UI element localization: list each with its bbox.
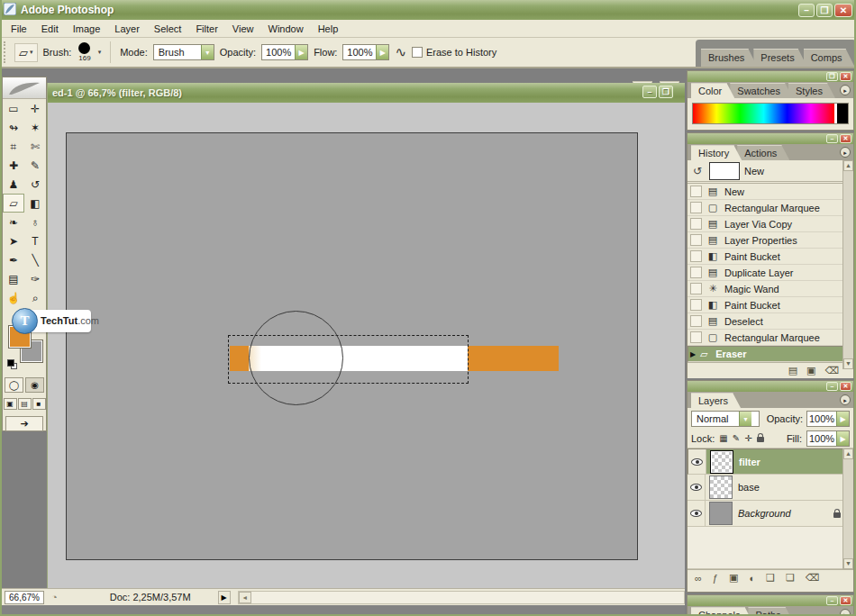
layer-row-filter[interactable]: filter	[688, 448, 853, 475]
doc-minimize-button[interactable]: –	[642, 86, 657, 98]
restore-button[interactable]: ❐	[816, 4, 833, 17]
tab-paths[interactable]: Paths	[748, 607, 793, 616]
history-item[interactable]: ◧Paint Bucket	[688, 297, 853, 313]
tool-magic-wand[interactable]: ✶	[24, 118, 46, 137]
tab-actions[interactable]: Actions	[737, 145, 789, 160]
new-group-button[interactable]: ❑	[766, 572, 775, 584]
layers-panel-minimize-button[interactable]: –	[826, 382, 838, 391]
scroll-up-icon[interactable]: ▲	[843, 448, 853, 459]
visibility-eye-icon[interactable]	[690, 510, 702, 517]
lock-paint-icon[interactable]: ✎	[733, 433, 740, 443]
well-tab-layer-comps[interactable]: Comps	[804, 49, 855, 67]
menu-image[interactable]: Image	[66, 22, 108, 36]
lock-position-icon[interactable]: ✛	[744, 433, 751, 443]
blend-mode-select[interactable]: Normal ▾	[691, 411, 760, 427]
tool-notes[interactable]: ▤	[3, 269, 24, 288]
tool-type[interactable]: T	[24, 231, 46, 250]
history-item[interactable]: ◧Paint Bucket	[688, 249, 853, 265]
history-source-brush-icon[interactable]: ↺	[690, 165, 705, 177]
lock-all-icon[interactable]	[757, 437, 764, 442]
channels-panel-close-button[interactable]: ✕	[840, 596, 851, 605]
well-tab-brushes[interactable]: Brushes	[701, 49, 757, 67]
layers-panel-close-button[interactable]: ✕	[840, 382, 851, 391]
visibility-eye-icon[interactable]	[690, 484, 702, 491]
set-source-box[interactable]	[690, 267, 702, 278]
menu-window[interactable]: Window	[261, 22, 311, 36]
menu-select[interactable]: Select	[147, 22, 189, 36]
opacity-slider-icon[interactable]: ▶	[295, 45, 307, 59]
fullscreen-button[interactable]: ■	[32, 398, 46, 410]
menu-help[interactable]: Help	[311, 22, 346, 36]
doc-restore-button[interactable]: ❐	[659, 86, 673, 98]
history-item[interactable]: ▢Rectangular Marquee	[688, 200, 853, 216]
lock-transparency-icon[interactable]: ▦	[719, 433, 727, 443]
tab-color[interactable]: Color	[691, 83, 734, 98]
history-item[interactable]: ▤Layer Properties	[688, 232, 853, 249]
opacity-field[interactable]: 100% ▶	[261, 44, 308, 60]
history-item[interactable]: ✳Magic Wand	[688, 281, 853, 297]
delete-layer-button[interactable]: ⌫	[806, 572, 820, 584]
channels-panel-menu-icon[interactable]: ▸	[840, 609, 851, 616]
menu-layer[interactable]: Layer	[107, 22, 147, 36]
set-source-box[interactable]	[690, 202, 702, 213]
color-panel-strip[interactable]: ❐ ✕	[688, 71, 853, 82]
layer-style-button[interactable]: ƒ	[713, 573, 718, 584]
tool-line[interactable]: ╲	[24, 250, 46, 269]
zoom-level-field[interactable]: 66,67%	[5, 591, 44, 604]
layers-scrollbar[interactable]: ▲ ▼	[842, 448, 853, 569]
layer-thumbnail[interactable]	[709, 476, 733, 499]
blend-mode-dropdown-icon[interactable]: ▾	[739, 412, 751, 426]
options-bar-grip[interactable]	[4, 41, 7, 63]
tool-slice[interactable]: ✄	[24, 137, 46, 156]
layers-opacity-field[interactable]: 100% ▶	[806, 411, 850, 427]
tool-lasso[interactable]: ↬	[3, 118, 24, 137]
set-source-box[interactable]	[690, 331, 702, 343]
tool-eyedropper[interactable]: ✑	[24, 269, 46, 288]
layer-row-background[interactable]: Background	[688, 501, 853, 527]
new-snapshot-button[interactable]: ▣	[806, 365, 815, 376]
menu-filter[interactable]: Filter	[188, 22, 224, 36]
set-source-box[interactable]	[690, 299, 702, 311]
fullscreen-menubar-button[interactable]: ▤	[18, 398, 32, 410]
canvas[interactable]	[66, 132, 638, 560]
channels-panel-strip[interactable]: – ✕	[688, 595, 853, 606]
document-titlebar[interactable]: ed-1 @ 66,7% (filter, RGB/8) – ❐	[48, 83, 687, 103]
brush-dropdown-icon[interactable]: ▾	[98, 49, 102, 56]
layer-thumbnail[interactable]	[710, 450, 733, 474]
tool-crop[interactable]: ⌗	[3, 137, 24, 156]
tool-rectangular-marquee[interactable]: ▭	[3, 99, 24, 118]
history-item[interactable]: ▤Layer Via Copy	[688, 216, 853, 232]
tool-pen[interactable]: ✒	[3, 250, 24, 269]
toolbox-header[interactable]	[3, 77, 46, 99]
adjustment-layer-button[interactable]: ◐	[749, 573, 755, 584]
new-document-from-state-button[interactable]: ▤	[788, 365, 797, 376]
history-item[interactable]: ▢Rectangular Marquee	[688, 330, 853, 346]
airbrush-toggle-icon[interactable]: ∿	[395, 44, 406, 60]
history-panel-minimize-button[interactable]: –	[826, 134, 838, 143]
menu-view[interactable]: View	[225, 22, 261, 36]
color-panel-close-button[interactable]: ✕	[840, 72, 851, 81]
set-source-box[interactable]	[690, 315, 702, 327]
tab-styles[interactable]: Styles	[788, 83, 835, 98]
status-popup-button[interactable]: ▶	[218, 591, 231, 604]
layer-row-base[interactable]: base	[688, 475, 853, 501]
tool-paint-bucket[interactable]: ◧	[24, 194, 46, 213]
quick-mask-mode-button[interactable]: ◉	[25, 377, 44, 393]
add-layer-mask-button[interactable]: ▣	[729, 572, 738, 584]
flow-slider-icon[interactable]: ▶	[376, 45, 388, 59]
mode-select[interactable]: Brush ▾	[153, 44, 214, 60]
tool-brush[interactable]: ✎	[24, 156, 46, 175]
brush-preset-picker[interactable]: 169	[78, 42, 90, 62]
standard-screen-button[interactable]: ▣	[4, 398, 17, 410]
history-item[interactable]: ▤New	[688, 184, 853, 200]
default-colors-icon[interactable]	[7, 359, 17, 369]
scroll-left-icon[interactable]: ◄	[239, 592, 251, 603]
scroll-up-icon[interactable]: ▲	[843, 160, 853, 171]
history-scrollbar[interactable]: ▲ ▼	[842, 160, 853, 369]
delete-state-button[interactable]: ⌫	[824, 365, 839, 376]
tool-clone-stamp[interactable]: ♟	[3, 175, 24, 194]
color-panel-menu-icon[interactable]: ▸	[840, 85, 851, 95]
history-panel-close-button[interactable]: ✕	[840, 134, 851, 143]
layer-thumbnail[interactable]	[709, 502, 733, 525]
history-panel-strip[interactable]: – ✕	[688, 133, 853, 144]
